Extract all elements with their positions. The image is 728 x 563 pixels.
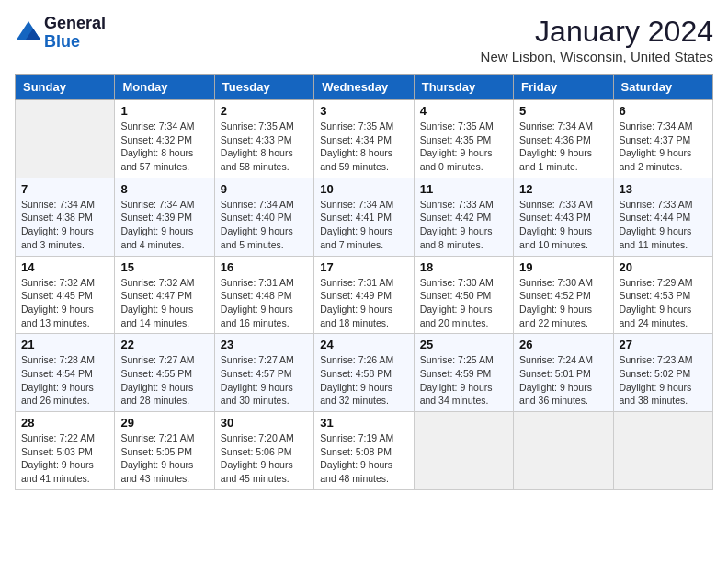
day-number: 29 bbox=[120, 416, 208, 430]
day-info: Sunrise: 7:33 AMSunset: 4:43 PMDaylight:… bbox=[519, 198, 607, 252]
location: New Lisbon, Wisconsin, United States bbox=[481, 49, 713, 64]
day-number: 7 bbox=[21, 182, 108, 196]
day-number: 12 bbox=[519, 182, 607, 196]
calendar-cell: 29Sunrise: 7:21 AMSunset: 5:05 PMDayligh… bbox=[115, 412, 214, 490]
day-info: Sunrise: 7:34 AMSunset: 4:41 PMDaylight:… bbox=[320, 198, 407, 252]
calendar-cell: 20Sunrise: 7:29 AMSunset: 4:53 PMDayligh… bbox=[613, 256, 712, 334]
calendar-day-header: Wednesday bbox=[314, 75, 414, 100]
day-number: 30 bbox=[221, 416, 308, 430]
calendar-cell: 27Sunrise: 7:23 AMSunset: 5:02 PMDayligh… bbox=[613, 334, 712, 412]
day-number: 15 bbox=[120, 260, 208, 274]
day-info: Sunrise: 7:20 AMSunset: 5:06 PMDaylight:… bbox=[221, 431, 308, 486]
page-header: General Blue January 2024 New Lisbon, Wi… bbox=[15, 15, 713, 64]
day-info: Sunrise: 7:34 AMSunset: 4:38 PMDaylight:… bbox=[21, 198, 108, 252]
calendar-cell: 10Sunrise: 7:34 AMSunset: 4:41 PMDayligh… bbox=[314, 178, 414, 256]
calendar-week-row: 28Sunrise: 7:22 AMSunset: 5:03 PMDayligh… bbox=[16, 412, 713, 490]
calendar-day-header: Monday bbox=[115, 75, 214, 100]
calendar-cell: 19Sunrise: 7:30 AMSunset: 4:52 PMDayligh… bbox=[514, 256, 613, 334]
calendar-cell: 4Sunrise: 7:35 AMSunset: 4:35 PMDaylight… bbox=[414, 100, 513, 178]
logo-icon bbox=[15, 19, 42, 47]
calendar-cell: 2Sunrise: 7:35 AMSunset: 4:33 PMDaylight… bbox=[214, 100, 313, 178]
calendar-cell: 13Sunrise: 7:33 AMSunset: 4:44 PMDayligh… bbox=[613, 178, 712, 256]
day-info: Sunrise: 7:27 AMSunset: 4:55 PMDaylight:… bbox=[120, 353, 208, 408]
day-number: 4 bbox=[420, 104, 507, 118]
day-info: Sunrise: 7:25 AMSunset: 4:59 PMDaylight:… bbox=[420, 353, 507, 408]
day-info: Sunrise: 7:24 AMSunset: 5:01 PMDaylight:… bbox=[519, 353, 607, 408]
calendar-table: SundayMondayTuesdayWednesdayThursdayFrid… bbox=[15, 74, 713, 490]
day-info: Sunrise: 7:34 AMSunset: 4:37 PMDaylight:… bbox=[620, 120, 707, 174]
day-number: 19 bbox=[519, 260, 607, 274]
calendar-cell: 23Sunrise: 7:27 AMSunset: 4:57 PMDayligh… bbox=[214, 334, 313, 412]
day-number: 1 bbox=[120, 104, 208, 118]
calendar-cell: 17Sunrise: 7:31 AMSunset: 4:49 PMDayligh… bbox=[314, 256, 414, 334]
calendar-week-row: 14Sunrise: 7:32 AMSunset: 4:45 PMDayligh… bbox=[16, 256, 713, 334]
calendar-cell: 7Sunrise: 7:34 AMSunset: 4:38 PMDaylight… bbox=[16, 178, 115, 256]
calendar-day-header: Sunday bbox=[16, 75, 115, 100]
day-number: 26 bbox=[519, 338, 607, 351]
calendar-cell: 22Sunrise: 7:27 AMSunset: 4:55 PMDayligh… bbox=[115, 334, 214, 412]
day-number: 17 bbox=[320, 260, 407, 274]
calendar-cell: 30Sunrise: 7:20 AMSunset: 5:06 PMDayligh… bbox=[214, 412, 313, 490]
day-info: Sunrise: 7:34 AMSunset: 4:32 PMDaylight:… bbox=[120, 120, 208, 174]
calendar-day-header: Saturday bbox=[613, 75, 712, 100]
day-number: 6 bbox=[620, 104, 707, 118]
day-info: Sunrise: 7:23 AMSunset: 5:02 PMDaylight:… bbox=[620, 353, 707, 408]
day-number: 2 bbox=[221, 104, 308, 118]
day-number: 18 bbox=[420, 260, 507, 274]
day-number: 16 bbox=[221, 260, 308, 274]
day-info: Sunrise: 7:35 AMSunset: 4:35 PMDaylight:… bbox=[420, 120, 507, 174]
logo-general: General bbox=[44, 14, 106, 32]
calendar-cell: 26Sunrise: 7:24 AMSunset: 5:01 PMDayligh… bbox=[514, 334, 613, 412]
day-number: 13 bbox=[620, 182, 707, 196]
logo: General Blue bbox=[15, 15, 106, 52]
calendar-cell: 24Sunrise: 7:26 AMSunset: 4:58 PMDayligh… bbox=[314, 334, 414, 412]
day-number: 25 bbox=[420, 338, 507, 351]
day-number: 22 bbox=[120, 338, 208, 351]
day-number: 23 bbox=[221, 338, 308, 351]
calendar-cell: 25Sunrise: 7:25 AMSunset: 4:59 PMDayligh… bbox=[414, 334, 513, 412]
day-info: Sunrise: 7:29 AMSunset: 4:53 PMDaylight:… bbox=[620, 276, 707, 330]
calendar-cell bbox=[16, 100, 115, 178]
day-info: Sunrise: 7:30 AMSunset: 4:52 PMDaylight:… bbox=[519, 276, 607, 330]
calendar-cell: 6Sunrise: 7:34 AMSunset: 4:37 PMDaylight… bbox=[613, 100, 712, 178]
calendar-cell: 15Sunrise: 7:32 AMSunset: 4:47 PMDayligh… bbox=[115, 256, 214, 334]
day-number: 24 bbox=[320, 338, 407, 351]
day-number: 31 bbox=[320, 416, 407, 430]
calendar-day-header: Friday bbox=[514, 75, 613, 100]
day-number: 21 bbox=[21, 338, 108, 351]
calendar-week-row: 21Sunrise: 7:28 AMSunset: 4:54 PMDayligh… bbox=[16, 334, 713, 412]
calendar-week-row: 7Sunrise: 7:34 AMSunset: 4:38 PMDaylight… bbox=[16, 178, 713, 256]
calendar-cell: 1Sunrise: 7:34 AMSunset: 4:32 PMDaylight… bbox=[115, 100, 214, 178]
day-number: 9 bbox=[221, 182, 308, 196]
day-info: Sunrise: 7:31 AMSunset: 4:48 PMDaylight:… bbox=[221, 276, 308, 330]
logo-text: General Blue bbox=[44, 15, 106, 52]
day-info: Sunrise: 7:26 AMSunset: 4:58 PMDaylight:… bbox=[320, 353, 407, 408]
calendar-cell: 12Sunrise: 7:33 AMSunset: 4:43 PMDayligh… bbox=[514, 178, 613, 256]
calendar-cell: 5Sunrise: 7:34 AMSunset: 4:36 PMDaylight… bbox=[514, 100, 613, 178]
calendar-cell: 16Sunrise: 7:31 AMSunset: 4:48 PMDayligh… bbox=[214, 256, 313, 334]
day-number: 10 bbox=[320, 182, 407, 196]
day-info: Sunrise: 7:28 AMSunset: 4:54 PMDaylight:… bbox=[21, 353, 108, 408]
day-info: Sunrise: 7:31 AMSunset: 4:49 PMDaylight:… bbox=[320, 276, 407, 330]
month-title: January 2024 bbox=[481, 15, 713, 49]
calendar-day-header: Tuesday bbox=[214, 75, 313, 100]
calendar-cell bbox=[514, 412, 613, 490]
calendar-cell bbox=[613, 412, 712, 490]
calendar-cell: 3Sunrise: 7:35 AMSunset: 4:34 PMDaylight… bbox=[314, 100, 414, 178]
calendar-cell: 31Sunrise: 7:19 AMSunset: 5:08 PMDayligh… bbox=[314, 412, 414, 490]
day-info: Sunrise: 7:30 AMSunset: 4:50 PMDaylight:… bbox=[420, 276, 507, 330]
calendar-cell: 9Sunrise: 7:34 AMSunset: 4:40 PMDaylight… bbox=[214, 178, 313, 256]
calendar-cell: 11Sunrise: 7:33 AMSunset: 4:42 PMDayligh… bbox=[414, 178, 513, 256]
day-info: Sunrise: 7:33 AMSunset: 4:42 PMDaylight:… bbox=[420, 198, 507, 252]
calendar-cell: 14Sunrise: 7:32 AMSunset: 4:45 PMDayligh… bbox=[16, 256, 115, 334]
calendar-cell bbox=[414, 412, 513, 490]
day-info: Sunrise: 7:34 AMSunset: 4:36 PMDaylight:… bbox=[519, 120, 607, 174]
day-number: 14 bbox=[21, 260, 108, 274]
title-block: January 2024 New Lisbon, Wisconsin, Unit… bbox=[481, 15, 713, 64]
day-info: Sunrise: 7:35 AMSunset: 4:33 PMDaylight:… bbox=[221, 120, 308, 174]
day-info: Sunrise: 7:21 AMSunset: 5:05 PMDaylight:… bbox=[120, 431, 208, 486]
calendar-cell: 21Sunrise: 7:28 AMSunset: 4:54 PMDayligh… bbox=[16, 334, 115, 412]
day-number: 11 bbox=[420, 182, 507, 196]
calendar-cell: 18Sunrise: 7:30 AMSunset: 4:50 PMDayligh… bbox=[414, 256, 513, 334]
calendar-header-row: SundayMondayTuesdayWednesdayThursdayFrid… bbox=[16, 75, 713, 100]
